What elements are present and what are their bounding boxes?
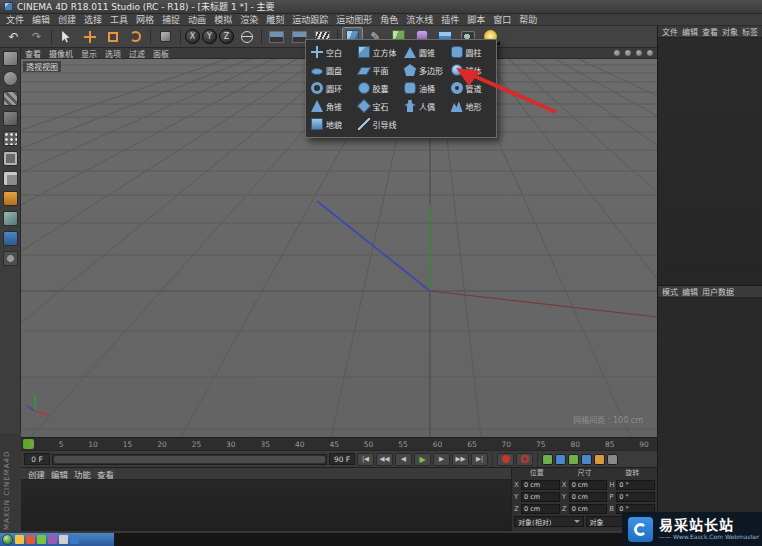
lock-workplane-icon[interactable] <box>3 251 18 266</box>
om-menu-tags[interactable]: 标签 <box>740 26 760 37</box>
om-menu-view[interactable]: 查看 <box>700 26 720 37</box>
lock-x-axis-button[interactable]: X <box>185 29 200 44</box>
start-button[interactable] <box>2 534 13 545</box>
texture-mode-icon[interactable] <box>3 91 18 106</box>
size-z-field[interactable]: Z0 cm <box>562 503 608 514</box>
render-view-button[interactable] <box>266 27 287 46</box>
position-x-field[interactable]: X0 cm <box>514 479 560 490</box>
taskbar-app-icon[interactable] <box>26 535 35 544</box>
viewport-view-label[interactable]: 透视视图 <box>23 61 61 72</box>
prev-key-button[interactable]: ◀◀ <box>376 453 393 466</box>
menu-tools[interactable]: 工具 <box>106 14 132 26</box>
record-scale-toggle[interactable] <box>555 454 566 465</box>
timeline-ruler[interactable]: 0 5 10 15 20 25 30 35 40 45 50 55 60 65 … <box>21 437 657 450</box>
prev-frame-button[interactable]: ◀ <box>395 453 412 466</box>
primitive-item-oil-tank[interactable]: 油桶 <box>401 79 448 97</box>
menu-render[interactable]: 渲染 <box>236 14 262 26</box>
timeline-range-slider[interactable] <box>52 454 327 465</box>
menu-simulate[interactable]: 模拟 <box>210 14 236 26</box>
menu-mograph[interactable]: 运动图形 <box>332 14 376 26</box>
timeline-end-field[interactable]: 90 F <box>329 453 355 465</box>
taskbar-app-icon[interactable] <box>59 535 68 544</box>
lock-z-axis-button[interactable]: Z <box>219 29 234 44</box>
primitive-item-capsule[interactable]: 胶囊 <box>355 79 402 97</box>
coordinate-mode-dropdown[interactable]: 对象(相对) <box>514 516 584 527</box>
menu-select[interactable]: 选择 <box>80 14 106 26</box>
primitive-item-cube[interactable]: 立方体 <box>355 43 402 61</box>
om-menu-edit[interactable]: 编辑 <box>680 26 700 37</box>
primitive-item-null[interactable]: 空白 <box>308 43 355 61</box>
vp-menu-view[interactable]: 查看 <box>21 48 45 59</box>
toggle-view-icon[interactable] <box>646 49 654 57</box>
menu-sculpt[interactable]: 雕刻 <box>262 14 288 26</box>
scale-tool-button[interactable] <box>102 27 123 46</box>
om-menu-objects[interactable]: 对象 <box>720 26 740 37</box>
am-menu-edit[interactable]: 编辑 <box>680 286 700 297</box>
zoom-view-icon[interactable] <box>624 49 632 57</box>
om-menu-file[interactable]: 文件 <box>660 26 680 37</box>
primitive-item-sphere[interactable]: 球体 <box>448 61 495 79</box>
autokey-button[interactable] <box>516 453 533 466</box>
primitive-item-tube[interactable]: 管道 <box>448 79 495 97</box>
record-pla-toggle[interactable] <box>594 454 605 465</box>
rotation-p-field[interactable]: P0 ° <box>609 491 655 502</box>
goto-start-button[interactable]: |◀ <box>357 453 374 466</box>
mat-menu-edit[interactable]: 编辑 <box>48 468 71 480</box>
am-menu-userdata[interactable]: 用户数据 <box>700 286 736 297</box>
primitive-item-guide[interactable]: 引导线 <box>355 115 402 133</box>
vp-menu-cameras[interactable]: 摄像机 <box>45 48 77 59</box>
rotate-view-icon[interactable] <box>635 49 643 57</box>
taskbar-app-icon[interactable] <box>70 535 79 544</box>
mat-menu-view[interactable]: 查看 <box>94 468 117 480</box>
record-position-toggle[interactable] <box>542 454 553 465</box>
coordinate-system-button[interactable] <box>236 27 257 46</box>
position-z-field[interactable]: Z0 cm <box>514 503 560 514</box>
polygons-mode-icon[interactable] <box>3 171 18 186</box>
redo-button[interactable]: ↷ <box>26 27 47 46</box>
vp-menu-options[interactable]: 选项 <box>101 48 125 59</box>
model-mode-icon[interactable] <box>3 71 18 86</box>
menu-script[interactable]: 脚本 <box>463 14 489 26</box>
undo-button[interactable]: ↶ <box>3 27 24 46</box>
enable-snap-icon[interactable] <box>3 231 18 246</box>
position-y-field[interactable]: Y0 cm <box>514 491 560 502</box>
menu-mesh[interactable]: 网格 <box>132 14 158 26</box>
lock-y-axis-button[interactable]: Y <box>202 29 217 44</box>
range-slider-handle[interactable] <box>54 456 325 463</box>
next-frame-button[interactable]: ▶ <box>433 453 450 466</box>
move-tool-button[interactable] <box>79 27 100 46</box>
primitive-item-polygon[interactable]: 多边形 <box>401 61 448 79</box>
rotation-h-field[interactable]: H0 ° <box>609 479 655 490</box>
menu-plugins[interactable]: 插件 <box>437 14 463 26</box>
taskbar-app-icon[interactable] <box>37 535 46 544</box>
live-selection-button[interactable] <box>56 27 77 46</box>
menu-help[interactable]: 帮助 <box>515 14 541 26</box>
play-forward-button[interactable]: ▶ <box>414 453 431 466</box>
edges-mode-icon[interactable] <box>3 151 18 166</box>
menu-pipeline[interactable]: 流水线 <box>402 14 437 26</box>
goto-end-button[interactable]: ▶| <box>471 453 488 466</box>
taskbar-app-icon[interactable] <box>15 535 24 544</box>
primitive-item-platonic[interactable]: 宝石 <box>355 97 402 115</box>
pan-view-icon[interactable] <box>613 49 621 57</box>
record-parameter-toggle[interactable] <box>581 454 592 465</box>
size-y-field[interactable]: Y0 cm <box>562 491 608 502</box>
primitive-item-landscape[interactable]: 地形 <box>448 97 495 115</box>
taskbar-app-icon[interactable] <box>48 535 57 544</box>
enable-axis-icon[interactable] <box>3 191 18 206</box>
vp-menu-panel[interactable]: 面板 <box>149 48 173 59</box>
primitive-item-relief[interactable]: 地貌 <box>308 115 355 133</box>
material-list[interactable] <box>21 480 511 531</box>
menu-snap[interactable]: 捕捉 <box>158 14 184 26</box>
mat-menu-function[interactable]: 功能 <box>71 468 94 480</box>
menu-character[interactable]: 角色 <box>376 14 402 26</box>
menu-edit[interactable]: 编辑 <box>28 14 54 26</box>
last-tool-button[interactable] <box>155 27 176 46</box>
primitive-item-pyramid[interactable]: 角锥 <box>308 97 355 115</box>
menu-file[interactable]: 文件 <box>2 14 28 26</box>
menu-create[interactable]: 创建 <box>54 14 80 26</box>
menu-window[interactable]: 窗口 <box>489 14 515 26</box>
rotate-tool-button[interactable] <box>125 27 146 46</box>
am-menu-mode[interactable]: 模式 <box>660 286 680 297</box>
primitive-item-cone[interactable]: 圆锥 <box>401 43 448 61</box>
